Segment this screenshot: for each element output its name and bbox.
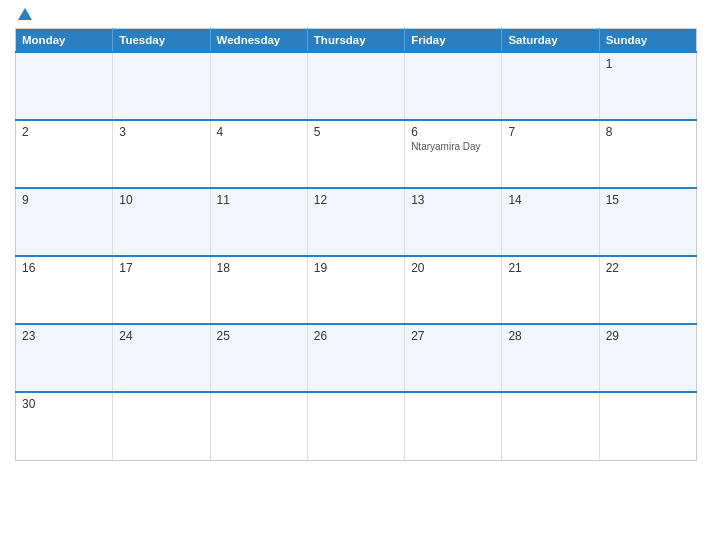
- calendar-cell: 20: [405, 256, 502, 324]
- calendar-cell: 24: [113, 324, 210, 392]
- calendar-week-row: 1: [16, 52, 697, 120]
- day-number: 21: [508, 261, 592, 275]
- calendar-cell: 16: [16, 256, 113, 324]
- calendar-cell: [405, 52, 502, 120]
- day-number: 28: [508, 329, 592, 343]
- calendar-cell: 29: [599, 324, 696, 392]
- calendar-cell: [16, 52, 113, 120]
- day-number: 6: [411, 125, 495, 139]
- calendar-cell: 7: [502, 120, 599, 188]
- calendar-week-row: 30: [16, 392, 697, 460]
- day-number: 25: [217, 329, 301, 343]
- day-number: 26: [314, 329, 398, 343]
- calendar-cell: 19: [307, 256, 404, 324]
- day-number: 24: [119, 329, 203, 343]
- day-number: 22: [606, 261, 690, 275]
- calendar-cell: 22: [599, 256, 696, 324]
- weekday-header-saturday: Saturday: [502, 29, 599, 53]
- calendar-cell: [405, 392, 502, 460]
- calendar-cell: 2: [16, 120, 113, 188]
- header: [15, 10, 697, 20]
- day-number: 20: [411, 261, 495, 275]
- calendar-cell: 4: [210, 120, 307, 188]
- calendar-cell: 25: [210, 324, 307, 392]
- logo: [15, 10, 32, 20]
- day-number: 14: [508, 193, 592, 207]
- calendar-cell: 18: [210, 256, 307, 324]
- day-number: 3: [119, 125, 203, 139]
- calendar-header: MondayTuesdayWednesdayThursdayFridaySatu…: [16, 29, 697, 53]
- day-number: 7: [508, 125, 592, 139]
- calendar-cell: 21: [502, 256, 599, 324]
- day-number: 13: [411, 193, 495, 207]
- day-number: 17: [119, 261, 203, 275]
- day-number: 5: [314, 125, 398, 139]
- calendar-cell: [210, 52, 307, 120]
- calendar-cell: 17: [113, 256, 210, 324]
- calendar-cell: 5: [307, 120, 404, 188]
- calendar-cell: 14: [502, 188, 599, 256]
- weekday-header-wednesday: Wednesday: [210, 29, 307, 53]
- calendar-cell: [113, 52, 210, 120]
- weekday-header-sunday: Sunday: [599, 29, 696, 53]
- weekday-header-tuesday: Tuesday: [113, 29, 210, 53]
- calendar-cell: [599, 392, 696, 460]
- calendar-cell: 8: [599, 120, 696, 188]
- calendar-cell: [502, 52, 599, 120]
- day-number: 2: [22, 125, 106, 139]
- calendar-cell: 13: [405, 188, 502, 256]
- calendar-cell: [502, 392, 599, 460]
- day-number: 23: [22, 329, 106, 343]
- calendar-week-row: 16171819202122: [16, 256, 697, 324]
- calendar-page: MondayTuesdayWednesdayThursdayFridaySatu…: [0, 0, 712, 550]
- day-number: 8: [606, 125, 690, 139]
- calendar-cell: 12: [307, 188, 404, 256]
- day-number: 15: [606, 193, 690, 207]
- calendar-cell: [113, 392, 210, 460]
- calendar-cell: 15: [599, 188, 696, 256]
- calendar-cell: [307, 52, 404, 120]
- day-number: 16: [22, 261, 106, 275]
- calendar-cell: 30: [16, 392, 113, 460]
- logo-triangle-icon: [18, 8, 32, 20]
- calendar-table: MondayTuesdayWednesdayThursdayFridaySatu…: [15, 28, 697, 461]
- day-number: 9: [22, 193, 106, 207]
- calendar-week-row: 9101112131415: [16, 188, 697, 256]
- day-number: 30: [22, 397, 106, 411]
- calendar-cell: 28: [502, 324, 599, 392]
- calendar-cell: 6Ntaryamira Day: [405, 120, 502, 188]
- calendar-cell: [307, 392, 404, 460]
- day-number: 12: [314, 193, 398, 207]
- calendar-cell: 1: [599, 52, 696, 120]
- calendar-cell: 26: [307, 324, 404, 392]
- calendar-cell: 23: [16, 324, 113, 392]
- weekday-header-monday: Monday: [16, 29, 113, 53]
- day-number: 18: [217, 261, 301, 275]
- weekday-header-thursday: Thursday: [307, 29, 404, 53]
- day-number: 27: [411, 329, 495, 343]
- calendar-cell: 11: [210, 188, 307, 256]
- calendar-cell: 27: [405, 324, 502, 392]
- calendar-cell: 9: [16, 188, 113, 256]
- weekday-header-friday: Friday: [405, 29, 502, 53]
- day-number: 19: [314, 261, 398, 275]
- calendar-body: 123456Ntaryamira Day78910111213141516171…: [16, 52, 697, 460]
- calendar-cell: [210, 392, 307, 460]
- day-number: 10: [119, 193, 203, 207]
- day-number: 11: [217, 193, 301, 207]
- calendar-week-row: 23456Ntaryamira Day78: [16, 120, 697, 188]
- calendar-cell: 10: [113, 188, 210, 256]
- day-number: 29: [606, 329, 690, 343]
- weekday-header-row: MondayTuesdayWednesdayThursdayFridaySatu…: [16, 29, 697, 53]
- calendar-cell: 3: [113, 120, 210, 188]
- calendar-week-row: 23242526272829: [16, 324, 697, 392]
- day-number: 4: [217, 125, 301, 139]
- event-label: Ntaryamira Day: [411, 141, 495, 152]
- day-number: 1: [606, 57, 690, 71]
